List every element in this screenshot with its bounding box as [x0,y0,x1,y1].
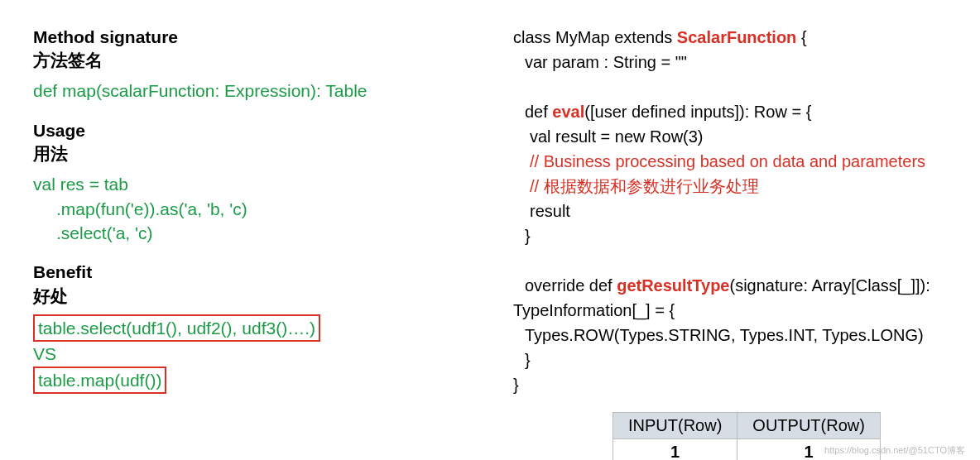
comment-en: // Business processing based on data and… [513,149,925,174]
usage-section: Usage 用法 val res = tab .map(fun('e)).as(… [33,118,447,246]
class-close: } [513,376,519,394]
usage-code-line1: val res = tab [33,175,128,194]
method-signature-heading-cn: 方法签名 [33,49,447,72]
usage-code-line2: .map(fun('e)).as('a, 'b, 'c) [33,197,447,221]
method-signature-section: Method signature 方法签名 def map(scalarFunc… [33,25,447,103]
eval-close: } [513,223,531,248]
watermark: https://blog.csdn.net/@51CTO博客 [824,444,965,457]
left-column: Method signature 方法签名 def map(scalarFunc… [33,25,447,460]
right-column: class MyMap extends ScalarFunction { var… [480,25,947,460]
benefit-heading-cn: 好处 [33,285,447,308]
eval-bold: eval [552,103,584,121]
io-table-header-output: OUTPUT(Row) [737,413,881,439]
usage-code-line3: .select('a, 'c) [33,221,447,245]
code-example: class MyMap extends ScalarFunction { var… [513,25,947,397]
io-table-value-input: 1 [613,439,737,461]
benefit-code: table.select(udf1(), udf2(), udf3()….) V… [33,314,447,394]
comment-cn: // 根据数据和参数进行业务处理 [513,174,759,199]
method-signature-heading-en: Method signature [33,25,447,49]
usage-code: val res = tab .map(fun('e)).as('a, 'b, '… [33,172,447,245]
result-line: result [513,199,570,223]
typeinfo-line: TypeInformation[_] = { [513,301,675,319]
benefit-heading-en: Benefit [33,260,447,284]
eval-post: ([user defined inputs]): Row = { [584,103,811,121]
usage-heading-en: Usage [33,118,447,142]
method-signature-code: def map(scalarFunction: Expression): Tab… [33,79,447,103]
benefit-box-map: table.map(udf()) [33,367,166,394]
usage-heading-cn: 用法 [33,142,447,165]
eval-pre: def [525,103,552,121]
types-row: Types.ROW(Types.STRING, Types.INT, Types… [513,323,924,347]
var-param: var param : String = "" [513,50,687,74]
class-decl-bold: ScalarFunction [677,28,796,46]
getresult-post: (signature: Array[Class[_]]): [730,276,930,295]
getresult-bold: getResultType [617,276,729,295]
class-decl-pre: class MyMap extends [513,28,677,46]
class-decl-post: { [796,28,806,46]
io-table-header-input: INPUT(Row) [613,413,737,439]
benefit-section: Benefit 好处 table.select(udf1(), udf2(), … [33,260,447,394]
benefit-vs: VS [33,344,56,363]
getresult-pre: override def [525,276,617,295]
getresult-close: } [513,347,531,372]
val-result: val result = new Row(3) [513,124,704,149]
benefit-box-select: table.select(udf1(), udf2(), udf3()….) [33,314,320,342]
